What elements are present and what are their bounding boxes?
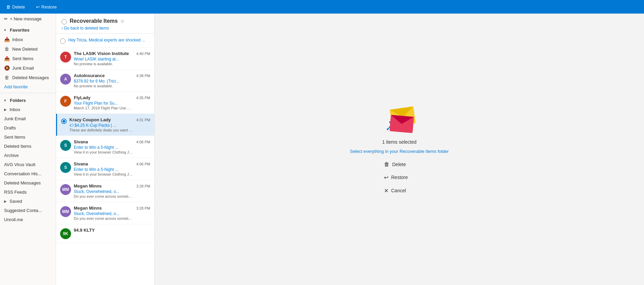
sidebar-item-label: Drafts [4,125,16,130]
email-sender: Sivana [74,139,134,144]
email-content: Hey Tricia, Medical experts are shocked … [68,37,147,42]
sidebar-item-label: Inbox [10,107,20,112]
email-item[interactable]: A AutoInsurance $378.92 for 6 Mo. (Trici… [56,70,154,92]
delete-button[interactable]: 🗑 Delete [3,3,28,11]
email-preview: No preview is available. [74,62,134,66]
back-to-deleted-link[interactable]: ‹ Go back to deleted items [62,26,149,31]
email-list-body: Hey Tricia, Medical experts are shocked … [56,34,154,285]
email-subject: Enter to Win a 5-Night ... [74,145,134,150]
email-content: Krazy Coupon Lady 🏷 $4.25 K-Cup Packs | … [69,117,134,132]
email-time: 4:38 PM [136,74,150,78]
sidebar-item-label: Archive [4,153,19,158]
email-item[interactable]: Hey Tricia, Medical experts are shocked … [56,34,154,48]
email-radio[interactable] [60,38,66,44]
email-item[interactable]: F FlyLady Your Flight Plan for Su... Mar… [56,92,154,114]
email-preview: These are definitely deals you want to S… [69,128,134,132]
sidebar-item-label: Junk Email [12,66,34,71]
email-sender: The LASIK Vision Institute [74,51,134,56]
email-item[interactable]: Krazy Coupon Lady 🏷 $4.25 K-Cup Packs | … [56,114,154,136]
email-item[interactable]: 9K 94.9 KLTY [56,224,154,243]
deleted-icon: 🗑 [4,75,10,80]
email-subject: Stuck, Overwhelmed, o... [74,211,134,216]
panel-delete-icon: 🗑 [384,161,389,167]
folders-header[interactable]: ▾ Folders [0,94,56,105]
sidebar-item-sent-items-fav[interactable]: 📤 Sent Items [0,54,56,63]
sidebar-item-new-deleted[interactable]: 🗑 New Deleted [0,44,56,54]
sidebar-item-deleted-messages[interactable]: 🗑 Deleted Messages [0,73,56,82]
toolbar-actions: 🗑 Delete ↩ Restore [3,3,59,11]
saved-expand-chevron: ▶ [4,199,7,203]
sidebar-item-sent-items[interactable]: Sent Items [0,132,56,142]
email-time: 4:06 PM [136,162,150,166]
restore-button[interactable]: ↩ Restore [33,3,60,11]
sidebar-item-junk-email[interactable]: 🔕 Junk Email [0,63,56,73]
email-content: Sivana Enter to Win a 5-Night ... View i… [74,161,134,176]
sidebar-item-suggested-conta[interactable]: Suggested Conta... [0,206,56,215]
email-item[interactable]: S Sivana Enter to Win a 5-Night ... View… [56,158,154,180]
add-favorite-button[interactable]: Add favorite [0,82,56,91]
star-icon[interactable]: ☆ [120,18,125,24]
sidebar-item-conversation-his[interactable]: Conversation His... [0,169,56,178]
email-item-right: 4:06 PM [136,161,150,166]
email-radio-checked[interactable] [61,119,67,124]
sidebar-item-inbox[interactable]: 📥 Inbox [0,35,56,44]
email-subject: $378.92 for 6 Mo. (Trici... [74,79,134,84]
avatar: S [60,162,71,173]
email-item-right: 4:38 PM [136,73,150,78]
sidebar-item-label: New Deleted [12,47,37,52]
email-item[interactable]: MM Megan Minns Stuck, Overwhelmed, o... … [56,180,154,202]
sidebar-item-rss-feeds[interactable]: RSS Feeds [0,188,56,197]
email-item-right: 3:28 PM [136,206,150,210]
sidebar-item-deleted-messages-f[interactable]: Deleted Messages [0,178,56,188]
email-content: Megan Minns Stuck, Overwhelmed, o... Do … [74,183,134,198]
email-sender: Krazy Coupon Lady [69,117,134,122]
avatar: MM [60,184,71,195]
sidebar-item-drafts[interactable]: Drafts [0,123,56,132]
sidebar-item-label: RSS Feeds [4,190,27,195]
sidebar-item-inbox-f[interactable]: ▶ Inbox [0,105,56,114]
sidebar-item-label: Conversation His... [4,171,41,176]
email-preview: View it in your browser Clothing Jewelr.… [74,172,134,176]
select-all-radio[interactable] [62,19,67,24]
panel-cancel-icon: ✕ [384,188,388,194]
delete-icon: 🗑 [6,4,11,10]
email-preview: Do you ever come across somebody an... [74,216,134,220]
sidebar-item-archive[interactable]: Archive [0,151,56,160]
email-sender: Megan Minns [74,183,134,189]
top-bar: 🗑 Delete ↩ Restore [0,0,644,14]
sidebar-item-label: Suggested Conta... [4,208,42,213]
new-deleted-icon: 🗑 [4,46,10,52]
favorites-label: Favorites [10,28,30,33]
sidebar-item-saved[interactable]: ▶ Saved [0,197,56,206]
panel-restore-button[interactable]: ↩ Restore [377,172,421,183]
email-item-right: 4:35 PM [136,95,150,100]
email-content: AutoInsurance $378.92 for 6 Mo. (Trici..… [74,73,134,88]
select-all-link[interactable]: Select everything in your Recoverable It… [350,149,449,154]
items-selected-count: 1 items selected [382,139,416,145]
sidebar-item-label: Junk Email [4,116,26,121]
sidebar-item-avg-virus-vault[interactable]: AVG Virus Vault [0,160,56,169]
new-message-button[interactable]: ✏ + New message [0,14,56,24]
panel-delete-button[interactable]: 🗑 Delete [377,159,421,170]
email-time: 4:06 PM [136,140,150,144]
sidebar-item-unroll-me[interactable]: Unroll.me [0,215,56,224]
sidebar-item-label: Sent Items [4,135,25,140]
sidebar-item-junk-email-f[interactable]: Junk Email [0,114,56,123]
panel-cancel-label: Cancel [391,188,406,193]
email-time: 4:31 PM [136,118,150,122]
avatar: S [60,140,71,151]
sidebar-item-label: Inbox [12,37,23,42]
sent-icon: 📤 [4,56,10,61]
email-item[interactable]: S Sivana Enter to Win a 5-Night ... View… [56,136,154,158]
email-item[interactable]: MM Megan Minns Stuck, Overwhelmed, o... … [56,202,154,224]
inbox-icon: 📥 [4,37,10,42]
email-subject: Stuck, Overwhelmed, o... [74,189,134,194]
email-item[interactable]: T The LASIK Vision Institute Wow! LASIK … [56,48,154,70]
sidebar-item-label: Deleted Items [4,144,31,149]
panel-cancel-button[interactable]: ✕ Cancel [377,185,421,196]
sidebar-item-label: Saved [10,199,22,204]
sidebar-item-deleted-items[interactable]: Deleted Items [0,142,56,151]
favorites-header[interactable]: ▾ Favorites [0,24,56,35]
email-item-right: 3:28 PM [136,183,150,188]
email-item-right: 4:06 PM [136,139,150,144]
